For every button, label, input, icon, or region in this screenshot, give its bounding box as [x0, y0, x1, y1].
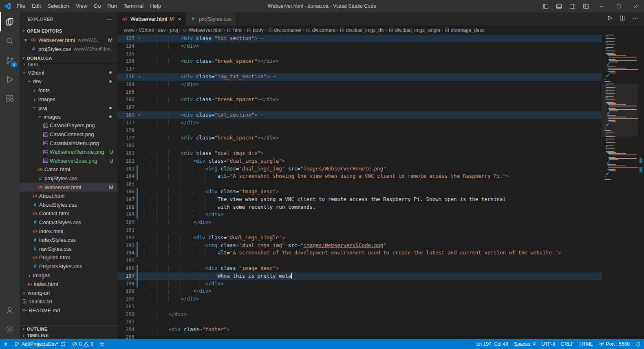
status-eol[interactable]: CRLF	[558, 339, 576, 349]
open-editor-item[interactable]: ×Webserver.htmlwww\V2...M	[20, 35, 117, 44]
tab-webserver-html[interactable]: Webserver.htmlM×	[117, 12, 186, 26]
chevron-right-icon[interactable]: ›	[21, 63, 27, 67]
status-git-branch[interactable]: AddProjectsDev*	[11, 339, 69, 349]
code-editor[interactable]: 123› <div class="txt_section"> ⋯134 </di…	[117, 35, 644, 339]
tree-folder-images[interactable]: ›images	[20, 113, 117, 121]
tree-folder-fonts[interactable]: ›fonts	[20, 86, 117, 95]
minimap-slider[interactable]	[602, 84, 638, 137]
code-line[interactable]: 137	[117, 65, 602, 73]
status-language-mode[interactable]: HTML	[577, 339, 596, 349]
minimap[interactable]	[602, 35, 638, 339]
more-actions-icon[interactable]	[632, 15, 638, 23]
code-line[interactable]: 181 <div class="dual_imgs_div">	[117, 150, 602, 157]
tree-file-aboutstyles-css[interactable]: #AboutStyles.css	[20, 201, 117, 210]
code-line[interactable]: 135	[117, 50, 602, 58]
code-lines[interactable]: 123› <div class="txt_section"> ⋯134 </di…	[117, 35, 602, 339]
extensions-icon[interactable]	[0, 89, 20, 108]
code-line[interactable]: 180	[117, 142, 602, 150]
code-line[interactable]: 134 </div>	[117, 42, 602, 50]
code-line[interactable]: 192 <div class="dual_imgs_single">	[117, 234, 602, 242]
tree-folder-html[interactable]: ›html	[20, 63, 117, 68]
panel-timeline[interactable]: ›TIMELINE	[20, 332, 117, 339]
breadcrumb-item[interactable]: proj	[170, 27, 178, 33]
tree-file-catan-html[interactable]: Catan.html	[20, 165, 117, 174]
status-remote-indicator[interactable]	[0, 339, 11, 349]
source-control-icon[interactable]: 3	[0, 51, 20, 70]
fold-collapsed-icon[interactable]: ›	[135, 73, 144, 81]
chevron-down-icon[interactable]: ›	[21, 70, 27, 75]
code-line[interactable]: 204 <div class="footer">	[117, 326, 602, 334]
close-icon[interactable]: ×	[23, 37, 29, 43]
code-line[interactable]: 166 <div class="break_spacer"></div>	[117, 96, 602, 104]
tree-file-analitis-txt[interactable]: analitis.txt	[20, 297, 117, 306]
tree-file-projstyles-css[interactable]: #projStyles.css	[20, 174, 117, 183]
minimize-button[interactable]	[593, 0, 610, 12]
status-encoding[interactable]: UTF-8	[538, 339, 558, 349]
open-editor-item[interactable]: #projStyles.csswww\V2html\dev...	[20, 44, 117, 53]
tree-file-navstyles-css[interactable]: #navStyles.css	[20, 244, 117, 253]
search-icon[interactable]	[0, 31, 20, 51]
chevron-right-icon[interactable]: ›	[32, 87, 37, 93]
code-line[interactable]: 186 <div class="image_desc">	[117, 188, 602, 196]
code-line[interactable]: 188 with some recently run commands.	[117, 203, 602, 211]
menu-run[interactable]: Run	[104, 0, 120, 12]
tree-file-webserver-html[interactable]: Webserver.htmlM	[20, 183, 117, 192]
menu-terminal[interactable]: Terminal	[120, 0, 147, 12]
tree-file-indexstyles-css[interactable]: #indexStyles.css	[20, 236, 117, 245]
maximize-button[interactable]	[610, 0, 627, 12]
tree-file-catanconnect-png[interactable]: CatanConnect.png	[20, 130, 117, 139]
code-line[interactable]: 205	[117, 334, 602, 339]
open-editors-header[interactable]: › OPEN EDITORS	[20, 26, 117, 35]
breadcrumb-item[interactable]: div.image_desc	[444, 27, 485, 33]
tree-folder-images[interactable]: ›images	[20, 95, 117, 104]
split-editor-icon[interactable]	[620, 15, 626, 23]
code-line[interactable]: 164 </div>	[117, 81, 602, 88]
overview-ruler[interactable]	[638, 35, 644, 339]
breadcrumb-item[interactable]: dev	[158, 27, 165, 33]
tree-file-about-html[interactable]: About.html	[20, 192, 117, 201]
toggle-sidebar-icon[interactable]	[539, 0, 552, 12]
code-line[interactable]: 193 <img class="dual_imgs_img" src="imag…	[117, 242, 602, 250]
toggle-secondary-sidebar-icon[interactable]	[566, 0, 579, 12]
code-line[interactable]: 183 <img class="dual_imgs_img" src="imag…	[117, 165, 602, 173]
menu-help[interactable]: Help	[147, 0, 164, 12]
status-indentation[interactable]: Spaces: 4	[511, 339, 538, 349]
code-line[interactable]: 184 alt="A screenshot showing the view w…	[117, 172, 602, 180]
run-debug-icon[interactable]	[0, 70, 20, 89]
tab-projstyles-css[interactable]: #projStyles.css	[186, 12, 236, 26]
breadcrumb-item[interactable]: Webserver.html	[182, 27, 223, 33]
close-icon[interactable]: ×	[178, 16, 181, 22]
menu-file[interactable]: File	[13, 0, 29, 12]
code-line[interactable]: 138› <div class="img_txt_section"> ⋯	[117, 73, 602, 81]
tree-file-catanmainmenu-png[interactable]: CatanMainMenu.png	[20, 139, 117, 148]
toggle-panel-icon[interactable]	[552, 0, 566, 12]
code-line[interactable]: 136 <div class="break_spacer"></div>	[117, 57, 602, 65]
menu-view[interactable]: View	[73, 0, 90, 12]
breadcrumb-item[interactable]: body	[247, 27, 264, 33]
code-line[interactable]: 197 Whoa this is pretty meta	[117, 272, 602, 280]
tree-file-catan4players-png[interactable]: Catan4Players.png	[20, 121, 117, 130]
status-cursor-position[interactable]: Ln 197, Col 49	[474, 339, 511, 349]
code-line[interactable]: 185	[117, 180, 602, 188]
chevron-right-icon[interactable]: ›	[32, 96, 37, 102]
code-line[interactable]: 201	[117, 303, 602, 311]
code-line[interactable]: 168› <div class="txt_section"> ⋯	[117, 111, 602, 119]
breadcrumb-item[interactable]: div.content	[306, 27, 335, 33]
chevron-down-icon[interactable]: ›	[32, 105, 38, 111]
status-extension-indicator[interactable]	[96, 339, 108, 349]
code-line[interactable]: 194 alt="A screenshot of the development…	[117, 249, 602, 257]
tree-file-contactstyles-css[interactable]: #ContactStyles.css	[20, 218, 117, 227]
chevron-right-icon[interactable]: ›	[21, 290, 27, 296]
folder-section-header[interactable]: › DONAU.CA	[20, 53, 117, 63]
menu-edit[interactable]: Edit	[29, 0, 44, 12]
tree-file-webserverremote-png[interactable]: WebserverRemote.pngU	[20, 148, 117, 157]
breadcrumb-item[interactable]: div.dual_imgs_single	[388, 27, 440, 33]
chevron-right-icon[interactable]: ›	[26, 272, 32, 278]
tree-file-index-html[interactable]: index.html	[20, 227, 117, 236]
fold-collapsed-icon[interactable]: ›	[135, 111, 144, 119]
code-line[interactable]: 165	[117, 88, 602, 96]
code-line[interactable]: 200 </div>	[117, 295, 602, 303]
settings-gear-icon[interactable]	[0, 320, 20, 339]
tree-file-webserverzuse-png[interactable]: WebserverZuse.pngU	[20, 157, 117, 166]
menu-selection[interactable]: Selection	[44, 0, 72, 12]
